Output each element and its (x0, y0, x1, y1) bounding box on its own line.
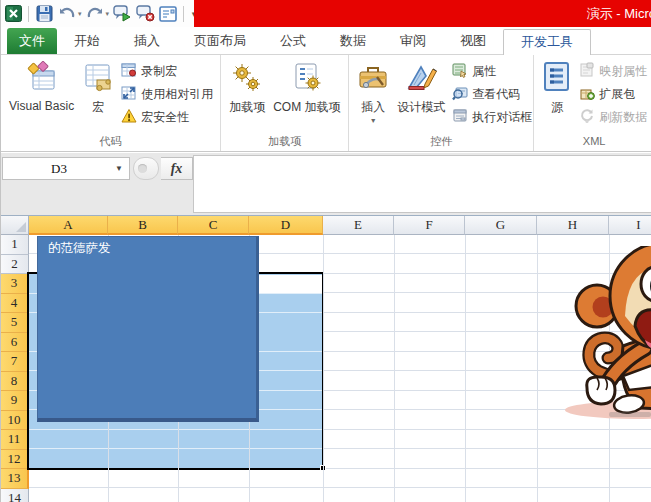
ribbon-tab-row: 文件 开始插入页面布局公式数据审阅视图开发工具 (1, 27, 651, 55)
column-header-I[interactable]: I (609, 216, 651, 235)
map-properties-icon (579, 62, 595, 81)
column-header-G[interactable]: G (465, 216, 537, 235)
button-执行对话框[interactable]: 执行对话框 (449, 107, 535, 128)
column-header-C[interactable]: C (178, 216, 249, 235)
button-刷新数据: 刷新数据 (576, 107, 650, 128)
monkey-picture[interactable] (557, 246, 651, 422)
row-header-14[interactable]: 14 (1, 489, 29, 502)
row-header-7[interactable]: 7 (1, 352, 29, 372)
button-加载项[interactable]: 加载项 (225, 57, 269, 116)
tab-list: 开始插入页面布局公式数据审阅视图开发工具 (57, 26, 591, 54)
group-label-加载项: 加载项 (221, 134, 348, 151)
tab-视图[interactable]: 视图 (443, 28, 503, 54)
column-header-D[interactable]: D (249, 216, 323, 235)
tab-插入[interactable]: 插入 (117, 28, 177, 54)
save-icon[interactable] (34, 4, 54, 24)
row-header-6[interactable]: 6 (1, 333, 29, 353)
tab-公式[interactable]: 公式 (263, 28, 323, 54)
form-icon[interactable] (158, 4, 178, 24)
macros-icon (82, 61, 114, 96)
button-COM 加载项[interactable]: COM 加载项 (269, 57, 344, 116)
comment-run-icon[interactable] (112, 4, 132, 24)
gridline (537, 235, 538, 502)
tab-审阅[interactable]: 审阅 (383, 28, 443, 54)
rectangle-shape[interactable]: 的范德萨发 (37, 236, 259, 422)
button-扩展包[interactable]: 扩展包 (576, 84, 650, 105)
row-header-8[interactable]: 8 (1, 372, 29, 392)
expansion-packs-icon (579, 85, 595, 104)
relative-ref-icon (121, 85, 137, 104)
group-label-代码: 代码 (1, 134, 220, 151)
view-code-icon (452, 85, 468, 104)
insert-control-icon (357, 61, 389, 96)
select-all-corner[interactable] (1, 216, 29, 235)
insert-function-button[interactable]: fx (161, 157, 193, 180)
column-header-H[interactable]: H (537, 216, 609, 235)
name-box[interactable]: D3 ▼ (2, 157, 130, 180)
window-title: 演示 - Micro (587, 5, 651, 23)
button-Visual Basic[interactable]: Visual Basic (5, 57, 78, 113)
redo-dropdown-icon[interactable]: ▾ (106, 10, 110, 18)
qat-separator (28, 6, 29, 22)
excel-window: ▾ ▾ ▾ 演示 - Micro 文件 开始插入页面布局公式数据审阅视图开发工具… (0, 0, 651, 502)
row-header-9[interactable]: 9 (1, 391, 29, 411)
properties-icon (452, 62, 468, 81)
gridline (465, 235, 466, 502)
row-header-2[interactable]: 2 (1, 255, 29, 275)
ribbon-group-加载项: 加载项COM 加载项加载项 (221, 55, 349, 151)
row-header-3[interactable]: 3 (1, 274, 29, 294)
row-header-13[interactable]: 13 (1, 469, 29, 489)
ribbon-group-控件: 插入▼设计模式属性查看代码执行对话框控件 (349, 55, 534, 151)
row-header-5[interactable]: 5 (1, 313, 29, 333)
group-label-控件: 控件 (349, 134, 533, 151)
button-查看代码[interactable]: 查看代码 (449, 84, 535, 105)
button-设计模式[interactable]: 设计模式 (393, 57, 449, 116)
tab-页面布局[interactable]: 页面布局 (177, 28, 263, 54)
row-header-12[interactable]: 12 (1, 450, 29, 470)
tab-开始[interactable]: 开始 (57, 28, 117, 54)
formula-bar: D3 ▼ fx (1, 153, 651, 216)
source-icon (542, 61, 572, 96)
name-box-value: D3 (3, 161, 115, 177)
com-addins-icon (291, 61, 323, 96)
button-录制宏[interactable]: 录制宏 (118, 61, 216, 82)
title-bar: ▾ ▾ ▾ 演示 - Micro (1, 0, 651, 27)
addins-icon (231, 61, 263, 96)
run-dialog-icon (452, 108, 468, 127)
watermark (609, 412, 651, 417)
tab-数据[interactable]: 数据 (323, 28, 383, 54)
button-宏[interactable]: 宏 (78, 57, 118, 116)
column-header-E[interactable]: E (323, 216, 394, 235)
formula-bar-grip[interactable] (133, 157, 159, 180)
design-mode-icon (405, 61, 437, 96)
button-宏安全性[interactable]: 宏安全性 (118, 107, 216, 128)
tab-开发工具[interactable]: 开发工具 (503, 29, 591, 55)
button-插入[interactable]: 插入▼ (353, 57, 393, 124)
column-header-F[interactable]: F (394, 216, 465, 235)
window-title-highlight: 演示 - Micro (194, 0, 651, 27)
gridline (394, 235, 395, 502)
name-box-dropdown-icon[interactable]: ▼ (115, 164, 129, 173)
column-header-B[interactable]: B (108, 216, 178, 235)
formula-input[interactable] (193, 155, 651, 213)
comment-delete-icon[interactable] (135, 4, 155, 24)
column-header-A[interactable]: A (29, 216, 108, 235)
shape-text: 的范德萨发 (48, 241, 111, 255)
row-header-11[interactable]: 11 (1, 430, 29, 450)
undo-dropdown-icon[interactable]: ▾ (78, 10, 82, 18)
gridline (323, 235, 324, 502)
tab-file[interactable]: 文件 (7, 28, 57, 54)
quick-access-toolbar: ▾ ▾ ▾ (3, 2, 199, 25)
ribbon-group-代码: Visual Basic宏录制宏使用相对引用宏安全性代码 (1, 55, 221, 151)
row-header-4[interactable]: 4 (1, 294, 29, 314)
undo-icon[interactable] (57, 4, 77, 24)
excel-logo-icon[interactable] (3, 4, 23, 24)
button-属性[interactable]: 属性 (449, 61, 535, 82)
button-使用相对引用[interactable]: 使用相对引用 (118, 84, 216, 105)
button-源[interactable]: 源 (538, 57, 576, 116)
redo-icon[interactable] (85, 4, 105, 24)
row-header-1[interactable]: 1 (1, 235, 29, 255)
row-header-10[interactable]: 10 (1, 411, 29, 431)
macro-security-icon (121, 108, 137, 127)
refresh-data-icon (579, 108, 595, 127)
